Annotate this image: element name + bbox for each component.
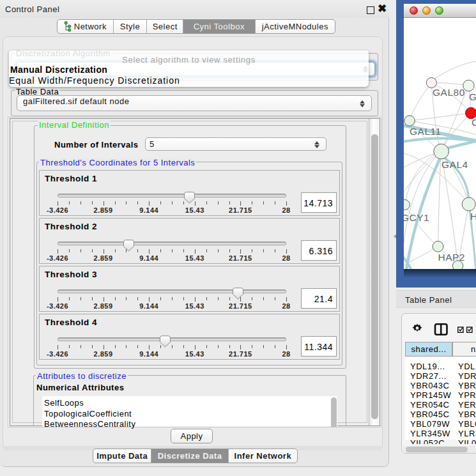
svg-text:GAL11: GAL11 xyxy=(410,126,441,137)
svg-text:HAP2: HAP2 xyxy=(438,252,466,263)
svg-text:GAL4: GAL4 xyxy=(441,159,468,170)
svg-text:CYC: CYC xyxy=(472,117,476,128)
svg-text:GAL3: GAL3 xyxy=(469,91,476,102)
svg-text:GAL80: GAL80 xyxy=(433,87,465,98)
svg-text:GCY1: GCY1 xyxy=(404,212,429,223)
svg-text:H: H xyxy=(470,211,476,222)
